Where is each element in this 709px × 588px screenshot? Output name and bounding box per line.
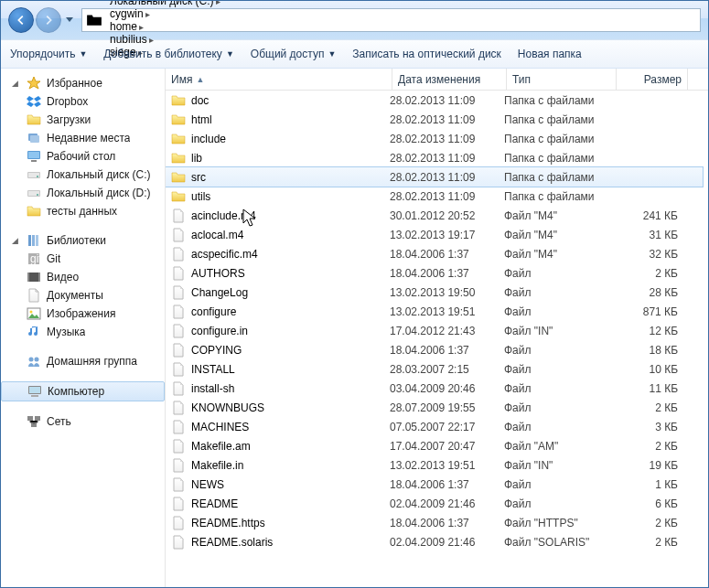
file-row[interactable]: COPYING18.04.2006 1:37Файл18 КБ <box>166 340 703 359</box>
file-type: Папка с файлами <box>504 113 614 126</box>
file-row[interactable]: aclocal.m413.02.2013 19:17Файл "M4"31 КБ <box>166 225 703 244</box>
sidebar-group[interactable]: Сеть <box>1 412 165 431</box>
file-date: 18.04.2006 1:37 <box>390 517 504 529</box>
file-row[interactable]: Makefile.am17.04.2007 20:47Файл "AM"2 КБ <box>166 436 703 455</box>
svg-rect-26 <box>27 416 33 421</box>
file-date: 18.04.2006 1:37 <box>390 267 504 280</box>
file-row[interactable]: include28.02.2013 11:09Папка с файлами <box>166 129 703 148</box>
file-row[interactable]: configure.in17.04.2012 21:43Файл "IN"12 … <box>166 321 703 340</box>
file-row[interactable]: NEWS18.04.2006 1:37Файл1 КБ <box>166 475 703 494</box>
file-size: 1 КБ <box>614 478 685 491</box>
svg-point-20 <box>30 311 33 314</box>
crumb[interactable]: nubilius ▸ <box>106 33 224 46</box>
file-row[interactable]: MACHINES07.05.2007 22:17Файл3 КБ <box>166 417 703 436</box>
file-row[interactable]: html28.02.2013 11:09Папка с файлами <box>166 110 703 129</box>
crumb[interactable]: Локальный диск (C:) ▸ <box>106 0 224 7</box>
organize-button[interactable]: Упорядочить▼ <box>10 48 87 60</box>
share-button[interactable]: Общий доступ▼ <box>251 48 337 60</box>
file-type: Файл <box>504 478 614 491</box>
file-icon <box>171 324 186 338</box>
file-type: Папка с файлами <box>504 152 614 165</box>
file-row[interactable]: configure13.02.2013 19:51Файл871 КБ <box>166 302 703 321</box>
col-type[interactable]: Тип <box>507 69 617 90</box>
svg-rect-1 <box>30 135 39 143</box>
file-name: include <box>191 133 226 145</box>
sidebar-group[interactable]: Домашняя группа <box>1 352 165 370</box>
new-folder-button[interactable]: Новая папка <box>518 48 582 60</box>
file-row[interactable]: doc28.02.2013 11:09Папка с файлами <box>166 91 703 110</box>
file-type: Файл <box>504 286 614 299</box>
file-row[interactable]: acinclude.m430.01.2012 20:52Файл "M4"241… <box>166 206 703 225</box>
nav-history-drop[interactable] <box>63 7 76 33</box>
back-button[interactable] <box>8 7 34 33</box>
file-icon <box>171 247 186 262</box>
file-row[interactable]: ChangeLog13.02.2013 19:50Файл28 КБ <box>166 283 703 302</box>
file-size: 19 КБ <box>614 459 685 472</box>
file-size: 2 КБ <box>614 401 685 414</box>
col-size[interactable]: Размер <box>617 69 688 90</box>
file-row[interactable]: README02.04.2009 21:46Файл6 КБ <box>166 494 703 513</box>
svg-rect-17 <box>27 273 29 282</box>
sidebar-item[interactable]: тесты данных <box>1 202 165 220</box>
sidebar-item[interactable]: Видео <box>1 268 165 286</box>
crumb[interactable]: cygwin ▸ <box>106 7 224 20</box>
file-name: Makefile.am <box>191 440 251 453</box>
file-name: ChangeLog <box>191 286 248 299</box>
file-row[interactable]: README.https18.04.2006 1:37Файл "HTTPS"2… <box>166 513 703 532</box>
file-name: html <box>191 113 212 126</box>
sidebar-item[interactable]: Dropbox <box>1 92 165 111</box>
file-date: 28.02.2013 11:09 <box>390 133 504 145</box>
sidebar-item[interactable]: Документы <box>1 286 165 305</box>
file-type: Папка с файлами <box>504 171 614 184</box>
file-icon <box>171 208 186 223</box>
file-size: 871 КБ <box>614 305 685 318</box>
address-bar[interactable]: Компьютер ▸Локальный диск (C:) ▸cygwin ▸… <box>81 8 701 32</box>
file-row[interactable]: acspecific.m418.04.2006 1:37Файл "M4"32 … <box>166 244 703 263</box>
forward-button[interactable] <box>36 7 61 33</box>
col-date[interactable]: Дата изменения <box>392 69 507 90</box>
file-row[interactable]: src28.02.2013 11:09Папка с файлами <box>166 167 703 187</box>
sidebar-item[interactable]: gitGit <box>1 250 165 268</box>
file-date: 28.02.2013 11:09 <box>390 171 504 184</box>
file-type: Файл "AM" <box>504 440 614 453</box>
folder-icon <box>171 93 186 108</box>
column-headers: Имя▲ Дата изменения Тип Размер <box>166 69 708 91</box>
file-icon <box>171 497 186 511</box>
add-library-button[interactable]: Добавить в библиотеку▼ <box>103 48 233 60</box>
file-row[interactable]: README.solaris02.04.2009 21:46Файл "SOLA… <box>166 532 703 551</box>
file-size: 2 КБ <box>614 536 685 549</box>
crumb[interactable]: home ▸ <box>106 20 224 33</box>
file-row[interactable]: install-sh03.04.2009 20:46Файл11 КБ <box>166 379 703 398</box>
sidebar-group[interactable]: ◢Библиотеки <box>1 231 165 250</box>
titlebar: Компьютер ▸Локальный диск (C:) ▸cygwin ▸… <box>1 1 708 39</box>
file-row[interactable]: utils28.02.2013 11:09Папка с файлами <box>166 187 703 206</box>
sidebar-group[interactable]: Компьютер <box>1 381 165 401</box>
file-type: Файл <box>504 401 614 414</box>
file-row[interactable]: lib28.02.2013 11:09Папка с файлами <box>166 148 703 167</box>
file-size: 2 КБ <box>614 267 685 280</box>
sidebar-item[interactable]: Загрузки <box>1 111 165 129</box>
col-name[interactable]: Имя▲ <box>166 69 392 90</box>
file-row[interactable]: AUTHORS18.04.2006 1:37Файл2 КБ <box>166 263 703 283</box>
file-name: MACHINES <box>191 421 249 433</box>
sidebar-group[interactable]: ◢Избранное <box>1 74 165 92</box>
svg-rect-16 <box>27 273 40 282</box>
file-row[interactable]: INSTALL28.03.2007 2:15Файл10 КБ <box>166 359 703 379</box>
sidebar-item[interactable]: Локальный диск (D:) <box>1 184 165 202</box>
sidebar-item[interactable]: Музыка <box>1 323 165 341</box>
file-date: 17.04.2007 20:47 <box>390 440 504 453</box>
file-icon <box>171 420 186 434</box>
burn-button[interactable]: Записать на оптический диск <box>352 48 501 60</box>
sidebar-item[interactable]: Недавние места <box>1 129 165 147</box>
file-row[interactable]: Makefile.in13.02.2013 19:51Файл "IN"19 К… <box>166 455 703 475</box>
file-row[interactable]: KNOWNBUGS28.07.2009 19:55Файл2 КБ <box>166 398 703 417</box>
sidebar-item[interactable]: Рабочий стол <box>1 147 165 166</box>
sidebar-item[interactable]: Локальный диск (C:) <box>1 166 165 184</box>
file-icon <box>171 516 186 530</box>
svg-point-22 <box>35 358 39 362</box>
file-icon <box>171 535 186 550</box>
file-date: 18.04.2006 1:37 <box>390 344 504 357</box>
file-date: 02.04.2009 21:46 <box>390 536 504 549</box>
sidebar-item[interactable]: Изображения <box>1 305 165 323</box>
file-type: Файл <box>504 421 614 433</box>
